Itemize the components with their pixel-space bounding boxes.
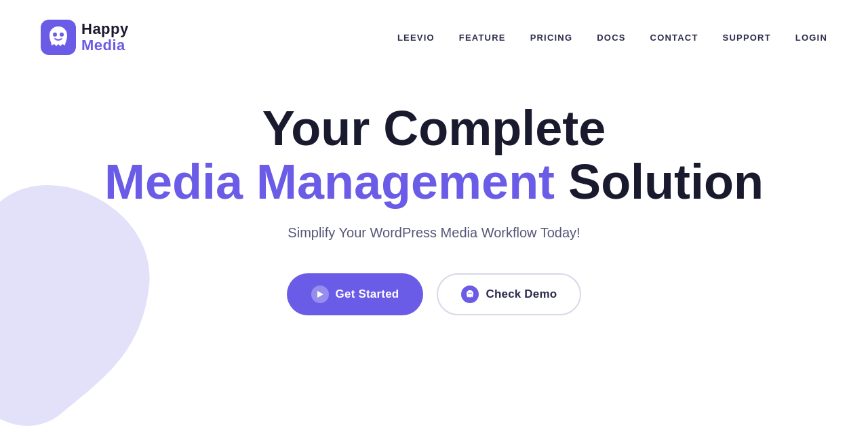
hero-title-line1: Your Complete <box>262 101 606 155</box>
nav-pricing[interactable]: PRICING <box>530 33 573 43</box>
nav-leevio[interactable]: LEEVIO <box>397 33 435 43</box>
hero-title: Your Complete Media Management Solution <box>104 102 764 209</box>
check-demo-label: Check Demo <box>486 288 557 301</box>
svg-marker-3 <box>317 291 323 298</box>
svg-point-1 <box>53 33 57 37</box>
get-started-label: Get Started <box>336 288 399 301</box>
hero-title-highlight: Media Management <box>104 155 555 209</box>
play-icon <box>315 290 325 299</box>
svg-point-2 <box>60 33 64 37</box>
logo-icon <box>41 20 76 55</box>
nav-docs[interactable]: DOCS <box>597 33 625 43</box>
demo-icon <box>465 289 475 300</box>
svg-point-4 <box>469 293 470 294</box>
svg-point-5 <box>471 293 472 294</box>
logo-happy-text: Happy <box>81 21 129 37</box>
nav-support[interactable]: SUPPORT <box>723 33 771 43</box>
hero-section: Your Complete Media Management Solution … <box>0 75 868 315</box>
nav-login[interactable]: LOGIN <box>795 33 827 43</box>
check-demo-button[interactable]: Check Demo <box>437 273 581 315</box>
check-demo-icon <box>461 285 479 303</box>
header: Happy Media LEEVIO FEATURE PRICING DOCS … <box>0 0 868 75</box>
main-nav: LEEVIO FEATURE PRICING DOCS CONTACT SUPP… <box>397 33 827 43</box>
get-started-icon <box>311 285 329 303</box>
logo[interactable]: Happy Media <box>41 20 129 55</box>
get-started-button[interactable]: Get Started <box>287 273 424 315</box>
logo-media-text: Media <box>81 37 129 54</box>
hero-title-line2: Solution <box>568 155 764 209</box>
hero-subtitle: Simplify Your WordPress Media Workflow T… <box>288 225 580 241</box>
logo-text: Happy Media <box>81 21 129 54</box>
nav-feature[interactable]: FEATURE <box>459 33 506 43</box>
nav-contact[interactable]: CONTACT <box>650 33 698 43</box>
hero-buttons: Get Started Check Demo <box>287 273 582 315</box>
